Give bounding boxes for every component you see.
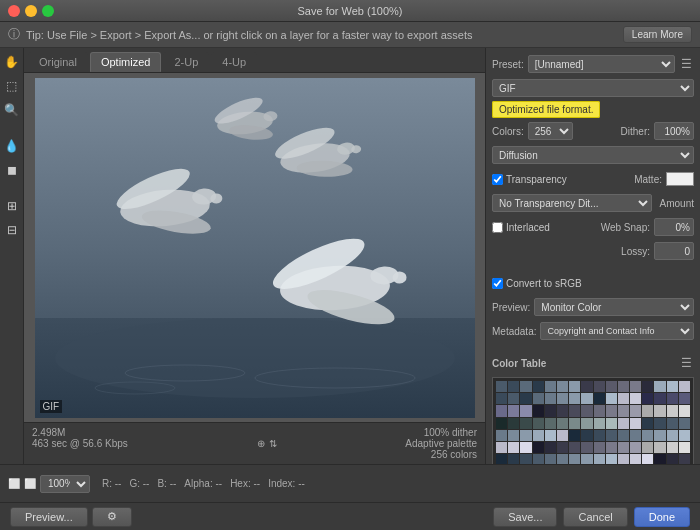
eyedropper-tool[interactable]: 💧 — [2, 136, 22, 156]
color-cell[interactable] — [642, 430, 653, 441]
color-cell[interactable] — [557, 454, 568, 464]
color-cell[interactable] — [545, 393, 556, 404]
toggle-tool[interactable]: ⊞ — [2, 196, 22, 216]
color-cell[interactable] — [581, 405, 592, 416]
tab-original[interactable]: Original — [28, 52, 88, 72]
color-cell[interactable] — [679, 393, 690, 404]
preset-select[interactable]: [Unnamed] — [528, 55, 675, 73]
color-cell[interactable] — [667, 430, 678, 441]
color-cell[interactable] — [667, 442, 678, 453]
transparency-checkbox[interactable] — [492, 174, 503, 185]
color-cell[interactable] — [679, 430, 690, 441]
color-cell[interactable] — [642, 393, 653, 404]
color-cell[interactable] — [508, 442, 519, 453]
color-cell[interactable] — [508, 454, 519, 464]
color-cell[interactable] — [581, 454, 592, 464]
convert-checkbox[interactable] — [492, 278, 503, 289]
tab-optimized[interactable]: Optimized — [90, 52, 162, 72]
color-cell[interactable] — [520, 393, 531, 404]
window-controls[interactable] — [8, 5, 54, 17]
color-cell[interactable] — [679, 405, 690, 416]
color-cell[interactable] — [667, 454, 678, 464]
color-cell[interactable] — [679, 454, 690, 464]
dither-value-input[interactable] — [654, 122, 694, 140]
color-cell[interactable] — [496, 405, 507, 416]
color-cell[interactable] — [508, 405, 519, 416]
color-cell[interactable] — [618, 430, 629, 441]
color-cell[interactable] — [642, 381, 653, 392]
maximize-button[interactable] — [42, 5, 54, 17]
color-cell[interactable] — [654, 393, 665, 404]
color-cell[interactable] — [557, 430, 568, 441]
color-cell[interactable] — [569, 393, 580, 404]
color-cell[interactable] — [630, 430, 641, 441]
color-cell[interactable] — [618, 442, 629, 453]
color-cell[interactable] — [667, 418, 678, 429]
color-cell[interactable] — [679, 442, 690, 453]
add-icon[interactable]: ⊕ — [257, 438, 265, 449]
color-cell[interactable] — [594, 442, 605, 453]
color-cell[interactable] — [618, 418, 629, 429]
color-cell[interactable] — [606, 418, 617, 429]
color-cell[interactable] — [569, 405, 580, 416]
color-cell[interactable] — [630, 405, 641, 416]
color-cell[interactable] — [545, 454, 556, 464]
color-cell[interactable] — [581, 393, 592, 404]
color-cell[interactable] — [667, 405, 678, 416]
colors-select[interactable]: 256 — [528, 122, 573, 140]
color-cell[interactable] — [520, 381, 531, 392]
hand-tool[interactable]: ✋ — [2, 52, 22, 72]
color-cell[interactable] — [581, 381, 592, 392]
color-cell[interactable] — [606, 405, 617, 416]
color-cell[interactable] — [545, 442, 556, 453]
color-cell[interactable] — [654, 442, 665, 453]
color-cell[interactable] — [654, 381, 665, 392]
preview-select[interactable]: Monitor Color — [534, 298, 694, 316]
transparency-checkbox-label[interactable]: Transparency — [492, 174, 567, 185]
color-cell[interactable] — [594, 418, 605, 429]
color-cell[interactable] — [557, 442, 568, 453]
zoom-select[interactable]: 100% — [40, 475, 90, 493]
zoom-tool[interactable]: 🔍 — [2, 100, 22, 120]
color-tool[interactable]: ◼ — [2, 160, 22, 180]
tab-4up[interactable]: 4-Up — [211, 52, 257, 72]
color-cell[interactable] — [520, 405, 531, 416]
color-cell[interactable] — [508, 418, 519, 429]
interlaced-checkbox[interactable] — [492, 222, 503, 233]
color-cell[interactable] — [533, 442, 544, 453]
format-select[interactable]: GIF — [492, 79, 694, 97]
color-cell[interactable] — [508, 381, 519, 392]
color-cell[interactable] — [654, 418, 665, 429]
color-cell[interactable] — [581, 418, 592, 429]
color-cell[interactable] — [496, 454, 507, 464]
color-cell[interactable] — [569, 454, 580, 464]
color-cell[interactable] — [630, 381, 641, 392]
color-cell[interactable] — [496, 393, 507, 404]
color-cell[interactable] — [654, 405, 665, 416]
color-cell[interactable] — [606, 430, 617, 441]
color-cell[interactable] — [618, 405, 629, 416]
color-cell[interactable] — [533, 430, 544, 441]
color-cell[interactable] — [557, 405, 568, 416]
color-cell[interactable] — [533, 393, 544, 404]
color-cell[interactable] — [545, 430, 556, 441]
color-cell[interactable] — [679, 381, 690, 392]
color-cell[interactable] — [496, 381, 507, 392]
color-cell[interactable] — [606, 381, 617, 392]
color-cell[interactable] — [679, 418, 690, 429]
color-cell[interactable] — [545, 405, 556, 416]
color-cell[interactable] — [594, 393, 605, 404]
color-cell[interactable] — [594, 405, 605, 416]
color-cell[interactable] — [496, 430, 507, 441]
color-cell[interactable] — [520, 430, 531, 441]
learn-more-button[interactable]: Learn More — [623, 26, 692, 43]
color-cell[interactable] — [520, 442, 531, 453]
color-cell[interactable] — [545, 381, 556, 392]
browser-tool[interactable]: ⊟ — [2, 220, 22, 240]
color-cell[interactable] — [630, 442, 641, 453]
color-cell[interactable] — [533, 405, 544, 416]
color-cell[interactable] — [654, 454, 665, 464]
dither-method-select[interactable]: Diffusion — [492, 146, 694, 164]
color-cell[interactable] — [557, 381, 568, 392]
color-cell[interactable] — [606, 442, 617, 453]
